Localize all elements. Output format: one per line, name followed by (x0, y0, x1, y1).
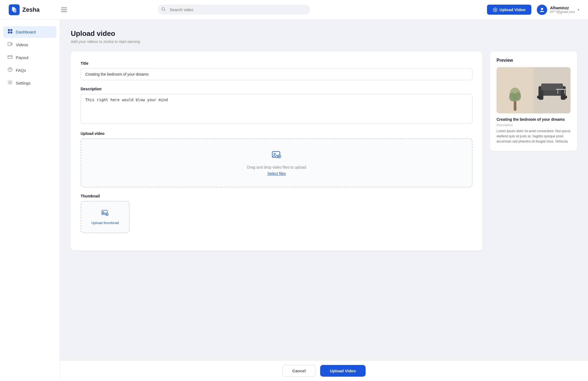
page-title: Upload video (71, 29, 577, 38)
preview-sofa-decoration (537, 81, 567, 100)
svg-point-6 (541, 8, 543, 10)
user-name: Alhaminzz (550, 6, 575, 10)
content-grid: Title Description Upload video Drag and … (71, 51, 577, 250)
footer-bar: Cancel Upload Video (60, 360, 588, 381)
cancel-button[interactable]: Cancel (282, 365, 316, 377)
upload-thumbnail-icon (87, 209, 124, 219)
svg-point-28 (514, 92, 521, 101)
svg-rect-34 (562, 96, 567, 98)
dashboard-icon (8, 29, 13, 35)
upload-video-button[interactable]: Upload Video (487, 5, 532, 15)
layout: Dashboard Videos Payout FAQs Settings (0, 20, 588, 381)
search-input[interactable] (158, 5, 310, 15)
avatar (537, 5, 547, 15)
preview-plant-decoration (508, 83, 522, 111)
preview-image-left (497, 67, 534, 113)
search-icon (161, 7, 166, 13)
title-input[interactable] (81, 68, 473, 80)
videos-icon (8, 42, 13, 48)
svg-rect-10 (10, 32, 12, 33)
chevron-down-icon: ▾ (578, 8, 579, 12)
sidebar-item-payout[interactable]: Payout (3, 52, 56, 63)
main-content: Upload video Add your videos to zesha to… (60, 20, 588, 381)
svg-rect-8 (10, 29, 12, 31)
preview-image-right (534, 67, 571, 113)
sidebar-item-dashboard[interactable]: Dashboard (3, 26, 56, 38)
faqs-icon (8, 67, 13, 73)
select-files-link[interactable]: Select files (267, 171, 286, 176)
sidebar-item-videos[interactable]: Videos (3, 39, 56, 51)
svg-rect-7 (8, 29, 10, 31)
sidebar: Dashboard Videos Payout FAQs Settings (0, 20, 60, 381)
preview-description-label: Description (497, 123, 571, 127)
svg-point-24 (103, 212, 104, 213)
form-card: Title Description Upload video Drag and … (71, 51, 482, 250)
logo-text: Zesha (22, 6, 40, 13)
top-navigation: Zesha Upload Video Alhaminzz Al***@gmail… (0, 0, 588, 20)
search-bar (158, 5, 310, 15)
preview-video-title: Creating the bedroom of your dreams (497, 117, 571, 122)
description-label: Description (81, 87, 473, 91)
preview-card: Preview (490, 51, 577, 151)
svg-point-15 (10, 70, 10, 71)
svg-rect-12 (8, 55, 12, 58)
preview-image (497, 67, 571, 113)
svg-point-16 (9, 82, 11, 83)
settings-icon (8, 80, 13, 86)
svg-rect-9 (8, 32, 10, 33)
svg-point-20 (274, 153, 275, 155)
hamburger-menu[interactable] (59, 5, 69, 14)
preview-heading: Preview (497, 58, 571, 63)
page-subtitle: Add your videos to zesha to start earnin… (71, 39, 577, 44)
description-textarea[interactable] (81, 94, 473, 124)
thumbnail-upload-zone[interactable]: Upload thumbnail (81, 201, 130, 233)
video-upload-zone[interactable]: Drag and drop video files to upload Sele… (81, 138, 473, 187)
plus-icon (493, 8, 497, 12)
user-menu[interactable]: Alhaminzz Al***@gmail.com ▾ (537, 5, 579, 15)
thumbnail-group: Thumbnail Upload thumbnail (81, 194, 473, 233)
logo-icon (9, 4, 20, 15)
svg-rect-35 (556, 89, 566, 90)
preview-description-text: Lorem ipsum dolor sit amet consectetur. … (497, 129, 571, 144)
title-group: Title (81, 61, 473, 80)
user-email: Al***@gmail.com (550, 10, 575, 14)
svg-line-2 (164, 10, 165, 11)
upload-thumbnail-text: Upload thumbnail (87, 221, 124, 225)
upload-video-submit-button[interactable]: Upload Video (320, 365, 366, 377)
upload-video-label: Upload video (81, 131, 473, 136)
logo-area: Zesha (9, 4, 52, 15)
upload-zone-text: Drag and drop video files to upload (87, 165, 467, 169)
title-label: Title (81, 61, 473, 66)
nav-right: Upload Video Alhaminzz Al***@gmail.com ▾ (487, 5, 579, 15)
description-group: Description (81, 87, 473, 125)
sidebar-item-settings[interactable]: Settings (3, 77, 56, 89)
thumbnail-label: Thumbnail (81, 194, 473, 198)
svg-rect-36 (558, 90, 558, 94)
svg-rect-37 (564, 90, 565, 94)
payout-icon (8, 54, 13, 61)
sidebar-item-faqs[interactable]: FAQs (3, 64, 56, 76)
upload-video-icon (87, 150, 467, 162)
svg-rect-11 (8, 42, 11, 46)
svg-rect-33 (537, 96, 543, 98)
upload-video-group: Upload video Drag and drop video files t… (81, 131, 473, 187)
